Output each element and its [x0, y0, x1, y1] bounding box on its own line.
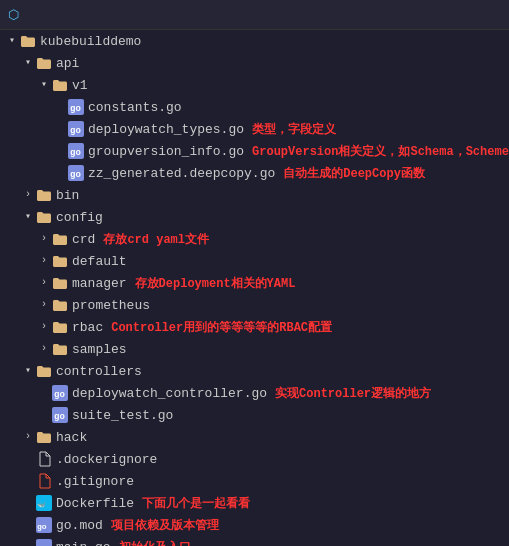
tree-item-rbac[interactable]: rbacController用到的等等等等的RBAC配置: [0, 316, 509, 338]
item-annotation: GroupVersion相关定义，如Schema，Scheme，k8s-crd相…: [252, 143, 509, 160]
tree-arrow: [20, 55, 36, 71]
item-label: .gitignore: [56, 474, 134, 489]
tree-arrow: [36, 385, 52, 401]
file-icon: [36, 451, 52, 467]
tree-item-go-mod[interactable]: go go.mod项目依赖及版本管理: [0, 514, 509, 536]
go-icon: go: [36, 539, 52, 546]
folder-icon: [52, 253, 68, 269]
item-annotation: 类型，字段定义: [252, 121, 336, 138]
tree-arrow: [52, 99, 68, 115]
tree-item-zz-generated-deepcopy-go[interactable]: go zz_generated.deepcopy.go自动生成的DeepCopy…: [0, 162, 509, 184]
tree-item-deploywatch-controller-go[interactable]: go deploywatch_controller.go实现Controller…: [0, 382, 509, 404]
tree-item-groupversion-info-go[interactable]: go groupversion_info.goGroupVersion相关定义，…: [0, 140, 509, 162]
item-label: Dockerfile: [56, 496, 134, 511]
go-icon: go: [68, 143, 84, 159]
item-label: suite_test.go: [72, 408, 173, 423]
item-label: prometheus: [72, 298, 150, 313]
tree-item-Dockerfile[interactable]: 🐳 Dockerfile下面几个是一起看看: [0, 492, 509, 514]
tree-item-hack[interactable]: hack: [0, 426, 509, 448]
svg-text:go: go: [70, 170, 81, 180]
item-annotation: 实现Controller逻辑的地方: [275, 385, 431, 402]
item-label: crd: [72, 232, 95, 247]
tree-arrow: [20, 451, 36, 467]
header-bar: ⬡: [0, 0, 509, 30]
folder-icon: [52, 297, 68, 313]
tree-item-constants-go[interactable]: go constants.go: [0, 96, 509, 118]
tree-arrow: [4, 33, 20, 49]
item-label: controllers: [56, 364, 142, 379]
folder-icon: [36, 187, 52, 203]
tree-item-main-go[interactable]: go main.go初始化及入口: [0, 536, 509, 546]
tree-arrow: [36, 407, 52, 423]
folder-icon: [52, 231, 68, 247]
tree-arrow: [20, 473, 36, 489]
tree-item-api[interactable]: api: [0, 52, 509, 74]
tree-arrow: [36, 341, 52, 357]
tree-item--dockerignore[interactable]: .dockerignore: [0, 448, 509, 470]
tree-item-crd[interactable]: crd存放crd yaml文件: [0, 228, 509, 250]
item-label: hack: [56, 430, 87, 445]
item-label: bin: [56, 188, 79, 203]
item-label: constants.go: [88, 100, 182, 115]
item-label: deploywatch_types.go: [88, 122, 244, 137]
tree-arrow: [20, 363, 36, 379]
mod-icon: go: [36, 517, 52, 533]
folder-icon: [36, 209, 52, 225]
docker-icon: 🐳: [36, 495, 52, 511]
go-icon: go: [52, 407, 68, 423]
tree-item-v1[interactable]: v1: [0, 74, 509, 96]
tree-item-suite-test-go[interactable]: go suite_test.go: [0, 404, 509, 426]
item-label: samples: [72, 342, 127, 357]
tree-item-controllers[interactable]: controllers: [0, 360, 509, 382]
svg-text:go: go: [54, 412, 65, 422]
tree-arrow: [52, 143, 68, 159]
tree-arrow: [20, 517, 36, 533]
tree-item-kubebuilddemo[interactable]: kubebuilddemo: [0, 30, 509, 52]
folder-icon: [52, 319, 68, 335]
tree-arrow: [20, 187, 36, 203]
folder-icon: [52, 275, 68, 291]
tree-arrow: [36, 275, 52, 291]
item-annotation: 存放Deployment相关的YAML: [135, 275, 296, 292]
item-annotation: 存放crd yaml文件: [103, 231, 209, 248]
folder-icon: [52, 77, 68, 93]
tree-arrow: [20, 429, 36, 445]
go-icon: go: [68, 99, 84, 115]
tree-root: kubebuilddemo api v1 go constants.go go …: [0, 30, 509, 546]
tree-item-default[interactable]: default: [0, 250, 509, 272]
git-icon: [36, 473, 52, 489]
item-label: .dockerignore: [56, 452, 157, 467]
item-label: v1: [72, 78, 88, 93]
svg-text:go: go: [70, 126, 81, 136]
item-label: api: [56, 56, 79, 71]
tree-arrow: [20, 495, 36, 511]
tree-arrow: [20, 209, 36, 225]
tree-item-deploywatch-types-go[interactable]: go deploywatch_types.go类型，字段定义: [0, 118, 509, 140]
item-label: config: [56, 210, 103, 225]
tree-item-manager[interactable]: manager存放Deployment相关的YAML: [0, 272, 509, 294]
tree-item-config[interactable]: config: [0, 206, 509, 228]
item-annotation: 初始化及入口: [119, 539, 191, 547]
tree-arrow: [36, 253, 52, 269]
tree-item--gitignore[interactable]: .gitignore: [0, 470, 509, 492]
svg-text:go: go: [70, 104, 81, 114]
folder-icon: [36, 429, 52, 445]
tree-arrow: [20, 539, 36, 546]
tree-item-samples[interactable]: samples: [0, 338, 509, 360]
item-label: zz_generated.deepcopy.go: [88, 166, 275, 181]
item-label: rbac: [72, 320, 103, 335]
tree-item-prometheus[interactable]: prometheus: [0, 294, 509, 316]
item-label: go.mod: [56, 518, 103, 533]
tree-arrow: [52, 121, 68, 137]
svg-text:🐳: 🐳: [37, 500, 46, 509]
go-icon: go: [68, 121, 84, 137]
item-label: deploywatch_controller.go: [72, 386, 267, 401]
folder-icon: [36, 363, 52, 379]
tree-item-bin[interactable]: bin: [0, 184, 509, 206]
tree-arrow: [36, 231, 52, 247]
tree-arrow: [36, 297, 52, 313]
folder-icon: [20, 33, 36, 49]
item-label: kubebuilddemo: [40, 34, 141, 49]
item-label: manager: [72, 276, 127, 291]
file-tree[interactable]: ⬡ kubebuilddemo api v1 go constants.go g…: [0, 0, 509, 546]
